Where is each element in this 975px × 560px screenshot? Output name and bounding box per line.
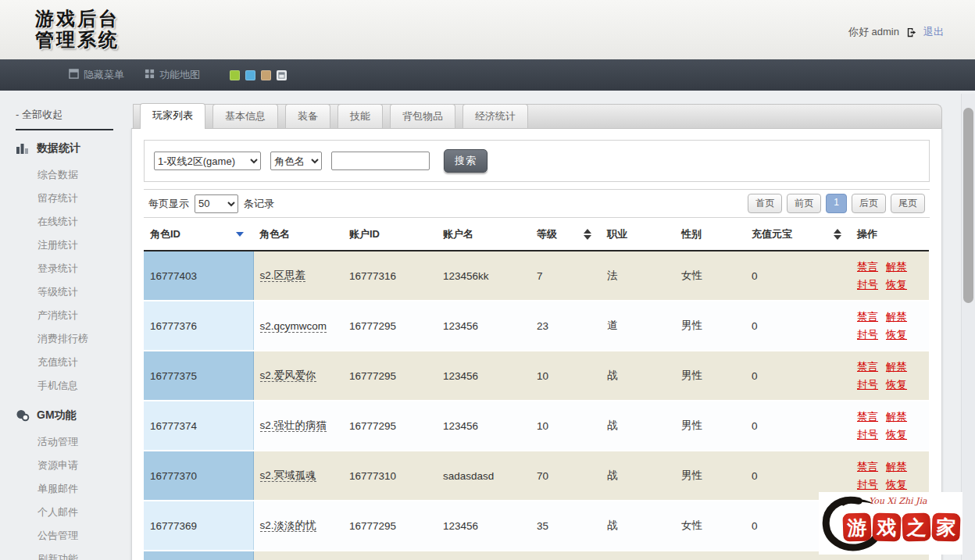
sort-icons: [834, 229, 841, 240]
restore-link[interactable]: 恢复: [886, 429, 907, 441]
unmute-link[interactable]: 解禁: [886, 311, 907, 323]
restore-link[interactable]: 恢复: [886, 279, 907, 291]
role-name-link[interactable]: s2.qcymwcom: [260, 320, 327, 333]
role-name-link[interactable]: s2.冥域孤魂: [260, 469, 316, 482]
sidebar-item[interactable]: 个人邮件: [16, 501, 131, 524]
theme-swatch[interactable]: [277, 70, 287, 80]
first-page-button[interactable]: 首页: [748, 194, 782, 213]
server-select[interactable]: 1-双线2区(game): [154, 152, 261, 170]
unmute-link[interactable]: 解禁: [886, 411, 907, 423]
cell-job: 战: [601, 501, 675, 551]
field-select[interactable]: 角色名: [270, 152, 322, 170]
mute-link[interactable]: 禁言: [857, 461, 878, 473]
table-row: 16777374s2.强壮的病猫1677729512345610战男性0禁言解禁…: [144, 401, 929, 451]
column-header[interactable]: 职业: [601, 218, 675, 251]
sidebar-item[interactable]: 消费排行榜: [16, 327, 131, 351]
restore-link[interactable]: 恢复: [886, 479, 907, 490]
sidebar-item[interactable]: 刷新功能: [16, 548, 131, 560]
watermark-badges: 游戏之家: [843, 513, 960, 541]
ban-link[interactable]: 封号: [857, 279, 878, 291]
logout-link[interactable]: 退出: [923, 25, 944, 39]
mute-link[interactable]: 禁言: [857, 311, 878, 323]
restore-link[interactable]: 恢复: [886, 329, 907, 341]
hide-menu-icon: [69, 69, 79, 81]
theme-swatch[interactable]: [261, 70, 271, 80]
column-header[interactable]: 充值元宝: [745, 218, 851, 251]
collapse-all-button[interactable]: - 全部收起: [16, 108, 131, 129]
tab[interactable]: 装备: [285, 104, 330, 128]
cell-job: 法: [601, 551, 675, 560]
prev-page-button[interactable]: 前页: [787, 194, 821, 213]
sidebar-divider: [16, 129, 113, 130]
hide-menu-button[interactable]: 隐藏菜单: [69, 68, 124, 82]
vertical-scrollbar[interactable]: [961, 94, 975, 560]
column-header[interactable]: 操作: [851, 218, 929, 251]
current-page-button[interactable]: 1: [826, 194, 847, 213]
sidebar-item[interactable]: 注册统计: [16, 234, 131, 257]
role-name-link[interactable]: s2.强壮的病猫: [260, 419, 327, 432]
ban-link[interactable]: 封号: [857, 329, 878, 341]
cell-role-id: 16777369: [144, 501, 253, 551]
scrollbar-thumb[interactable]: [963, 108, 973, 303]
circles-icon: [16, 409, 30, 422]
ban-link[interactable]: 封号: [857, 479, 878, 490]
restore-link[interactable]: 恢复: [886, 379, 907, 391]
column-header[interactable]: 等级: [530, 218, 601, 251]
table-header-row: 角色ID角色名账户ID账户名等级职业性别充值元宝操作: [144, 218, 929, 251]
per-page-select[interactable]: 50: [195, 194, 238, 213]
tab[interactable]: 基本信息: [212, 104, 278, 128]
tab[interactable]: 背包物品: [390, 104, 455, 128]
sidebar-item[interactable]: 资源申请: [16, 454, 131, 477]
next-page-button[interactable]: 后页: [852, 194, 886, 213]
theme-swatch[interactable]: [230, 70, 240, 80]
sidebar-item[interactable]: 产消统计: [16, 304, 131, 327]
mute-link[interactable]: 禁言: [857, 361, 878, 373]
tab[interactable]: 玩家列表: [140, 103, 205, 129]
cell-recharge: 0: [745, 301, 851, 351]
column-header[interactable]: 性别: [675, 218, 745, 251]
cell-account-name: 123456: [437, 551, 530, 560]
mute-link[interactable]: 禁言: [857, 411, 878, 423]
role-name-link[interactable]: s2.区思羞: [260, 269, 306, 282]
search-button[interactable]: 搜索: [444, 149, 488, 173]
logout-icon[interactable]: [905, 27, 917, 38]
sidebar-item[interactable]: 综合数据: [16, 163, 131, 187]
sidebar-section-title[interactable]: 数据统计: [16, 141, 131, 155]
sidebar-item[interactable]: 在线统计: [16, 210, 131, 234]
sidebar-item[interactable]: 留存统计: [16, 187, 131, 210]
tab[interactable]: 技能: [338, 104, 383, 128]
column-label: 操作: [857, 227, 877, 241]
sidebar-item[interactable]: 手机信息: [16, 374, 131, 398]
cell-role-name: s2.qcymwcom: [253, 301, 343, 351]
role-name-link[interactable]: s2.淡淡的忧: [260, 519, 316, 532]
mute-link[interactable]: 禁言: [857, 261, 878, 273]
cell-account-id: 16777295: [343, 551, 437, 560]
ban-link[interactable]: 封号: [857, 429, 878, 441]
column-header[interactable]: 账户ID: [343, 218, 437, 251]
search-input[interactable]: [331, 152, 430, 170]
last-page-button[interactable]: 尾页: [891, 194, 925, 213]
tab[interactable]: 经济统计: [462, 104, 528, 128]
unmute-link[interactable]: 解禁: [886, 361, 907, 373]
sidebar-item[interactable]: 公告管理: [16, 524, 131, 548]
column-header[interactable]: 角色ID: [144, 218, 253, 251]
theme-swatch[interactable]: [245, 70, 255, 80]
unmute-link[interactable]: 解禁: [886, 261, 907, 273]
sidebar-item[interactable]: 登录统计: [16, 257, 131, 280]
column-header[interactable]: 角色名: [253, 218, 343, 251]
function-map-button[interactable]: 功能地图: [145, 68, 200, 82]
sidebar-item[interactable]: 单服邮件: [16, 477, 131, 501]
cell-gender: 男性: [675, 451, 745, 501]
cell-level: 10: [530, 351, 601, 401]
per-page-control: 每页显示 50 条记录: [148, 194, 274, 213]
cell-account-id: 16777295: [343, 501, 437, 551]
ban-link[interactable]: 封号: [857, 379, 878, 391]
sidebar-item[interactable]: 等级统计: [16, 280, 131, 304]
sidebar-item[interactable]: 活动管理: [16, 430, 131, 454]
unmute-link[interactable]: 解禁: [886, 461, 907, 473]
column-header[interactable]: 账户名: [437, 218, 530, 251]
cell-recharge: 0: [745, 251, 851, 301]
sidebar-section-title[interactable]: GM功能: [16, 408, 131, 423]
sidebar-item[interactable]: 充值统计: [16, 351, 131, 374]
role-name-link[interactable]: s2.爱风爱你: [260, 369, 316, 382]
